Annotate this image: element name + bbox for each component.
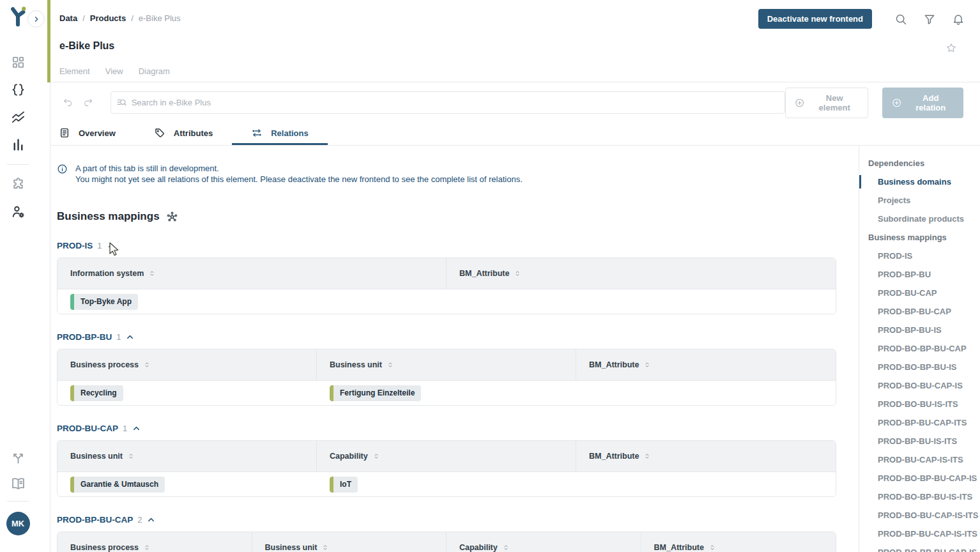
- column-header[interactable]: Capability: [447, 532, 641, 552]
- tab-relations[interactable]: Relations: [232, 123, 328, 145]
- bar-chart-icon[interactable]: [11, 137, 26, 152]
- code-icon[interactable]: [11, 82, 26, 97]
- nav-item[interactable]: PROD-BO-BU-CAP-IS: [859, 376, 980, 395]
- sort-icon: [372, 452, 380, 460]
- trends-icon[interactable]: [11, 110, 26, 125]
- nav-item[interactable]: PROD-IS: [859, 247, 980, 265]
- menu-item-diagram[interactable]: Diagram: [139, 66, 170, 76]
- favorite-star-icon[interactable]: [946, 42, 957, 54]
- expand-sidebar-button[interactable]: [27, 10, 45, 27]
- column-header[interactable]: Business unit: [57, 441, 317, 472]
- nav-item[interactable]: Business domains: [859, 172, 980, 191]
- column-header-label: Capability: [459, 543, 498, 552]
- filter-icon[interactable]: [923, 13, 936, 26]
- development-notice: A part of this tab is still in developme…: [57, 163, 837, 185]
- breadcrumb-item[interactable]: Products: [90, 13, 126, 23]
- puzzle-icon[interactable]: [11, 177, 26, 192]
- undo-icon[interactable]: [63, 97, 73, 108]
- mapping-table: Business processBusiness unitCapabilityB…: [57, 532, 836, 552]
- add-relation-button[interactable]: Add relation: [882, 88, 963, 118]
- column-header[interactable]: Business process: [57, 532, 252, 552]
- column-header-label: Business unit: [330, 360, 382, 369]
- nav-item[interactable]: PROD-BO-BP-BU-CAP-IS-: [859, 543, 980, 552]
- redo-icon[interactable]: [83, 97, 93, 108]
- nav-item[interactable]: Projects: [859, 191, 980, 210]
- breadcrumb-item[interactable]: Data: [59, 13, 77, 23]
- deactivate-new-frontend-button[interactable]: Deactivate new frontend: [758, 9, 872, 29]
- column-header[interactable]: Information system: [57, 258, 447, 289]
- relations-icon: [251, 127, 263, 139]
- nav-item[interactable]: PROD-BO-BU-IS-ITS: [859, 395, 980, 413]
- column-header[interactable]: BM_Attribute: [576, 349, 836, 381]
- mapping-chip[interactable]: Top-Byke App: [70, 294, 138, 310]
- mapping-chip[interactable]: Fertigung Einzelteile: [330, 385, 421, 401]
- nav-item[interactable]: PROD-BP-BU-CAP-ITS: [859, 413, 980, 432]
- column-header[interactable]: BM_Attribute: [641, 532, 836, 552]
- nav-item[interactable]: Subordinate products: [859, 210, 980, 228]
- nav-item[interactable]: PROD-BO-BP-BU-IS: [859, 358, 980, 376]
- section-label[interactable]: PROD-BU-CAP: [57, 424, 118, 433]
- menu-item-view[interactable]: View: [105, 66, 123, 76]
- toolbar: New element Add relation: [50, 82, 980, 123]
- mapping-chip[interactable]: Recycling: [70, 385, 123, 401]
- breadcrumb: Data/Products/e-Bike Plus: [59, 13, 181, 23]
- new-element-button[interactable]: New element: [785, 88, 868, 118]
- sort-icon: [148, 270, 156, 277]
- molecule-icon: [166, 211, 178, 223]
- user-avatar[interactable]: MK: [6, 512, 30, 535]
- chevron-up-icon: [107, 241, 116, 250]
- chip-label: Top-Byke App: [80, 297, 132, 306]
- sort-icon: [514, 270, 521, 277]
- chevron-up-icon: [125, 332, 135, 342]
- search-input[interactable]: [111, 91, 785, 114]
- nav-item[interactable]: PROD-BU-CAP-IS-ITS: [859, 450, 980, 469]
- nav-item[interactable]: PROD-BP-BU-CAP-IS-ITS: [859, 525, 980, 543]
- nav-item[interactable]: PROD-BU-CAP: [859, 284, 980, 302]
- section-label[interactable]: PROD-BP-BU-CAP: [57, 515, 133, 525]
- nav-item[interactable]: PROD-BP-BU-IS: [859, 321, 980, 339]
- tab-attributes[interactable]: Attributes: [135, 123, 232, 145]
- menu-item-element[interactable]: Element: [59, 66, 90, 76]
- column-header[interactable]: Business process: [57, 349, 317, 381]
- notice-line-2: You might not yet see all relations of t…: [75, 174, 523, 185]
- table-cell: Garantie & Umtausch: [57, 472, 317, 496]
- rail-divider: [7, 501, 29, 502]
- nav-item[interactable]: PROD-BP-BU: [859, 265, 980, 284]
- notice-line-1: A part of this tab is still in developme…: [75, 163, 523, 174]
- section-label[interactable]: PROD-IS: [57, 241, 93, 250]
- user-settings-icon[interactable]: [11, 204, 26, 219]
- tab-overview[interactable]: Overview: [59, 123, 135, 145]
- mapping-chip[interactable]: Garantie & Umtausch: [70, 477, 165, 493]
- column-header[interactable]: BM_Attribute: [447, 258, 836, 289]
- column-header[interactable]: Capability: [317, 441, 576, 472]
- sort-icon: [321, 544, 329, 551]
- nav-item[interactable]: PROD-BP-BU-CAP: [859, 302, 980, 321]
- tag-icon: [154, 127, 165, 139]
- collapse-section-button[interactable]: [146, 515, 156, 525]
- overview-icon: [59, 127, 70, 139]
- chip-color-bar: [70, 477, 74, 493]
- column-header-label: Capability: [330, 452, 368, 461]
- dashboard-icon[interactable]: [11, 55, 26, 70]
- sort-icon: [143, 544, 151, 551]
- column-header[interactable]: Business unit: [252, 532, 447, 552]
- rail-divider: [7, 164, 29, 165]
- nav-item[interactable]: PROD-BO-BU-CAP-IS-ITS: [859, 506, 980, 525]
- section-label[interactable]: PROD-BP-BU: [57, 332, 112, 342]
- column-header[interactable]: BM_Attribute: [576, 441, 836, 472]
- nav-item[interactable]: PROD-BO-BP-BU-IS-ITS: [859, 487, 980, 506]
- mapping-chip[interactable]: IoT: [330, 477, 358, 493]
- table-cell: Recycling: [57, 381, 317, 405]
- collapse-section-button[interactable]: [107, 241, 116, 250]
- collapse-section-button[interactable]: [132, 424, 141, 433]
- nav-item[interactable]: PROD-BO-BP-BU-CAP-IS: [859, 469, 980, 487]
- search-icon[interactable]: [894, 13, 907, 26]
- nav-item[interactable]: PROD-BP-BU-IS-ITS: [859, 432, 980, 450]
- column-header[interactable]: Business unit: [317, 349, 576, 381]
- sort-icon: [387, 361, 394, 369]
- notifications-icon[interactable]: [952, 13, 965, 26]
- share-icon[interactable]: [11, 450, 26, 465]
- collapse-section-button[interactable]: [125, 332, 135, 342]
- nav-item[interactable]: PROD-BO-BP-BU-CAP: [859, 339, 980, 358]
- book-icon[interactable]: [11, 476, 26, 491]
